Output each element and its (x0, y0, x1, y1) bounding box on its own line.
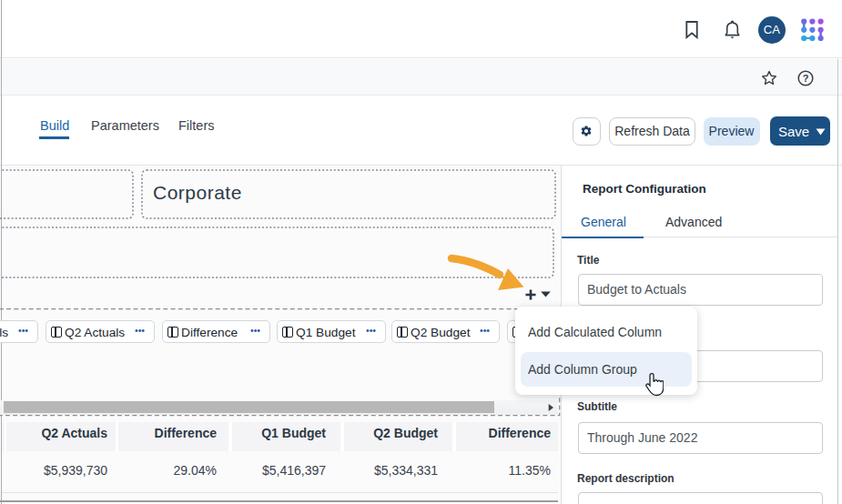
svg-text:?: ? (803, 73, 809, 84)
